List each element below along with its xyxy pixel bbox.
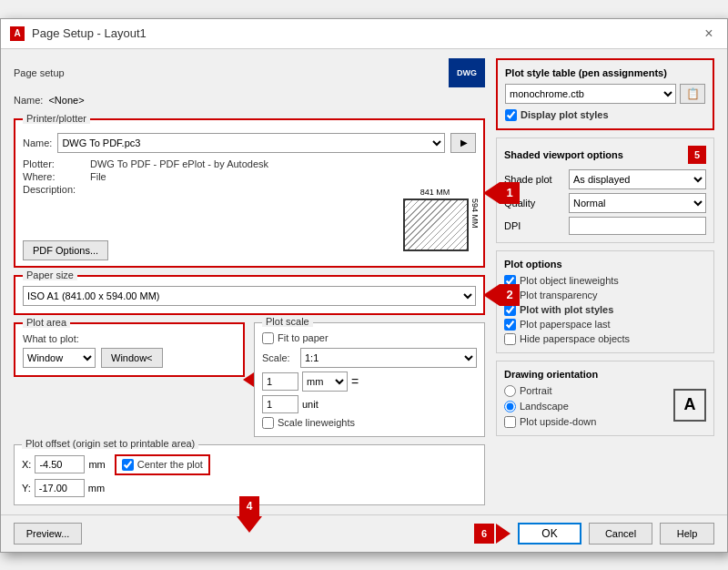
center-plot-checkbox[interactable] (122, 459, 134, 471)
hide-paperspace-label: Hide paperspace objects (520, 333, 630, 344)
arrow-left (483, 182, 500, 204)
page-setup-dialog: A Page Setup - Layout1 × Page setup DWG … (0, 18, 728, 553)
printer-name-select[interactable]: DWG To PDF.pc3 (57, 133, 445, 153)
equals-sign: = (351, 374, 359, 389)
plot-options-title: Plot options (504, 259, 706, 270)
badge-5: 5 (688, 146, 706, 164)
printer-group: Printer/plotter Name: DWG To PDF.pc3 ▶ P… (14, 118, 485, 268)
display-plot-styles-label: Display plot styles (521, 109, 609, 120)
paper-size-group: Paper size ISO A1 (841.00 x 594.00 MM) (14, 275, 485, 315)
dpi-input[interactable] (569, 217, 706, 235)
shade-plot-select[interactable]: As displayed (569, 169, 706, 189)
landscape-label: Landscape (520, 401, 569, 412)
plot-options-section: Plot options Plot object lineweights Plo… (496, 250, 714, 353)
pdf-options-button[interactable]: PDF Options... (23, 240, 108, 260)
right-column: Plot style table (pen assignments) monoc… (496, 58, 714, 505)
fit-to-paper-label: Fit to paper (278, 332, 329, 343)
help-button[interactable]: Help (660, 523, 714, 545)
dialog-body: Page setup DWG Name: <None> Printer/plot… (1, 49, 727, 514)
plot-area-group: Plot area What to plot: Window Window< (14, 322, 245, 377)
plot-style-select[interactable]: monochrome.ctb (505, 84, 676, 104)
center-the-plot-box: Center the plot (115, 454, 210, 475)
title-bar: A Page Setup - Layout1 × (1, 19, 727, 49)
x-mm-label: mm (88, 459, 105, 470)
where-label: Where: (23, 171, 86, 182)
option-row-0: Plot object lineweights (504, 275, 706, 287)
plot-with-styles-label: Plot with plot styles (520, 304, 613, 315)
edit-icon: 📋 (686, 87, 700, 100)
plot-paperspace-last-label: Plot paperspace last (520, 319, 611, 330)
plot-style-edit-button[interactable]: 📋 (680, 84, 705, 104)
plot-scale-group: Plot scale Fit to paper Scale: 1:1 (254, 322, 485, 437)
portrait-radio[interactable] (504, 385, 516, 397)
app-icon: A (10, 26, 25, 41)
plot-paperspace-last-checkbox[interactable] (504, 319, 516, 331)
ok-button[interactable]: OK (518, 523, 581, 545)
preview-box (403, 198, 469, 251)
paper-size-section: Paper size ISO A1 (841.00 x 594.00 MM) 2 (14, 275, 485, 315)
portrait-label: Portrait (520, 385, 551, 396)
y-input[interactable] (35, 479, 85, 497)
badge-1: 1 (500, 182, 520, 204)
scale-lw-label: Scale lineweights (278, 417, 355, 428)
option-row-4: Hide paperspace objects (504, 333, 706, 345)
scale-label: Scale: (262, 352, 297, 363)
dialog-title: Page Setup - Layout1 (32, 26, 147, 40)
scale-input2[interactable] (262, 395, 298, 413)
orientation-icon: A (673, 389, 706, 422)
cancel-button[interactable]: Cancel (589, 523, 652, 545)
printer-name-label: Name: (23, 137, 52, 148)
display-plot-styles-checkbox[interactable] (505, 109, 517, 121)
page-setup-label: Page setup (14, 67, 65, 78)
paper-arrow: 2 (483, 284, 520, 306)
window-button[interactable]: Window< (101, 348, 163, 368)
what-to-plot-select[interactable]: Window (23, 348, 96, 368)
badge-6: 6 (474, 524, 494, 544)
paper-size-select[interactable]: ISO A1 (841.00 x 594.00 MM) (23, 286, 476, 306)
dim-h-label: 841 MM (403, 188, 467, 197)
plot-style-table-section: Plot style table (pen assignments) monoc… (496, 58, 714, 130)
quality-select[interactable]: Normal (569, 193, 706, 213)
unit-label: unit (302, 399, 318, 410)
landscape-radio[interactable] (504, 401, 516, 412)
plot-area-title: Plot area (23, 317, 70, 328)
close-button[interactable]: × (700, 25, 718, 43)
scale-lineweights-checkbox[interactable] (262, 417, 274, 429)
upside-down-checkbox[interactable] (504, 416, 516, 428)
paper-size-title: Paper size (23, 270, 77, 280)
preview-button[interactable]: Preview... (14, 523, 82, 545)
plot-offset-wrapper: Plot offset (origin set to printable are… (14, 444, 485, 505)
drawing-orientation-section: Drawing orientation Portrait Landscape (496, 361, 714, 436)
fit-to-paper-checkbox[interactable] (262, 332, 274, 344)
unit-select1[interactable]: mm (302, 372, 348, 392)
shaded-viewport-title: Shaded viewport options (504, 149, 623, 160)
where-value: File (90, 171, 106, 182)
printer-arrow: 1 (483, 182, 520, 204)
name-label: Name: (14, 95, 43, 106)
y-mm-label: mm (88, 483, 105, 494)
plot-scale-title: Plot scale (262, 316, 313, 327)
badge-2: 2 (500, 284, 520, 306)
plot-transparency-label: Plot transparency (520, 290, 598, 300)
option-row-3: Plot paperspace last (504, 319, 706, 331)
upside-down-label: Plot upside-down (520, 416, 596, 427)
dim-v-label: 594 MM (470, 198, 480, 253)
plotter-value: DWG To PDF - PDF ePlot - by Autodesk (90, 158, 268, 169)
shaded-viewport-section: Shaded viewport options 5 Shade plot As … (496, 137, 714, 243)
what-to-plot-label: What to plot: (23, 333, 236, 344)
left-column: Page setup DWG Name: <None> Printer/plot… (14, 58, 485, 505)
page-setup-section: Page setup DWG (14, 58, 485, 87)
footer-arrow: 6 (474, 524, 511, 544)
scale-input1[interactable] (262, 372, 298, 391)
plotter-label: Plotter: (23, 158, 86, 169)
x-label: X: (22, 459, 31, 470)
scale-select[interactable]: 1:1 (300, 348, 477, 368)
printer-section: Printer/plotter Name: DWG To PDF.pc3 ▶ P… (14, 118, 485, 268)
page-preview: 841 MM 594 MM (403, 198, 476, 260)
printer-properties-button[interactable]: ▶ (450, 133, 476, 153)
center-plot-label: Center the plot (137, 459, 203, 470)
x-input[interactable] (35, 455, 85, 473)
name-value: <None> (48, 95, 84, 106)
hide-paperspace-checkbox[interactable] (504, 333, 516, 345)
option-row-2: Plot with plot styles (504, 304, 706, 316)
